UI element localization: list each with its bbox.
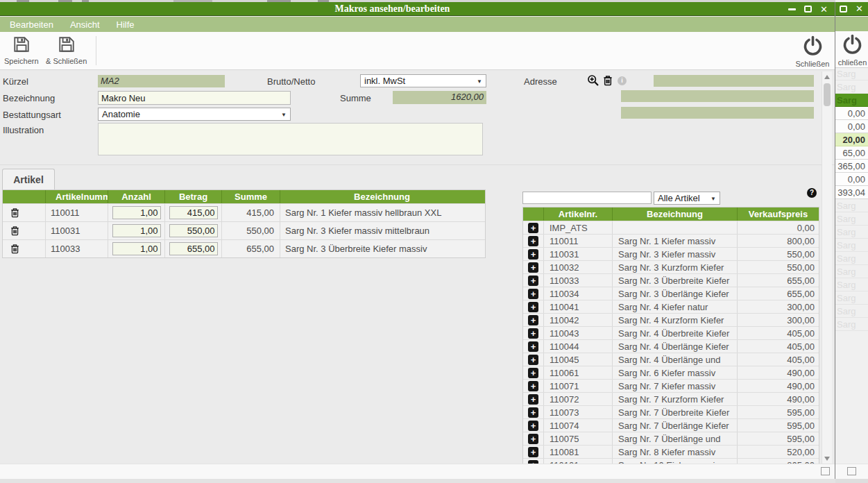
add-article-button[interactable] <box>528 276 538 286</box>
illustration-textarea[interactable] <box>98 123 483 155</box>
add-article-button[interactable] <box>528 434 538 444</box>
amount-input[interactable] <box>169 206 218 219</box>
resize-grip[interactable] <box>821 467 830 475</box>
catalog-row: 110081Sarg Nr. 8 Kiefer massiv520,00 <box>523 445 819 458</box>
add-cell <box>523 446 544 458</box>
add-article-button[interactable] <box>528 315 538 325</box>
summe-label: Summe <box>340 93 371 103</box>
add-article-button[interactable] <box>528 381 538 391</box>
add-article-button[interactable] <box>528 236 538 246</box>
quantity-input[interactable] <box>112 224 161 237</box>
add-cell <box>523 248 544 260</box>
catalog-artikelnr-cell: 110043 <box>544 327 613 339</box>
delete-article-button[interactable] <box>9 226 20 237</box>
add-article-button[interactable] <box>528 421 538 431</box>
catalog-row: IMP_ATS0,00 <box>523 221 819 234</box>
add-cell <box>523 235 544 247</box>
tab-artikel[interactable]: Artikel <box>2 169 55 189</box>
catalog-artikelnr-cell: 110073 <box>544 406 613 418</box>
close-window-button[interactable]: chließen <box>837 33 868 67</box>
add-cell <box>523 353 544 366</box>
add-article-button[interactable] <box>528 328 538 339</box>
bestattungsart-select[interactable]: Anatomie <box>98 108 291 121</box>
catalog-description-cell: Sarg Nr. 4 Kurzform Kiefer <box>613 314 738 326</box>
titlebar[interactable]: Makros ansehen/bearbeiten ✕ <box>0 2 835 16</box>
menubar: Bearbeiten Ansicht Hilfe <box>0 17 835 32</box>
info-icon[interactable] <box>618 76 627 85</box>
catalog-header: Artikelnr. Bezeichnung Verkaufspreis <box>523 207 819 221</box>
catalog-description-cell: Sarg Nr. 3 Kurzform Kiefer <box>613 261 738 273</box>
maximize-icon[interactable] <box>804 6 812 12</box>
catalog-artikelnr-cell: 110031 <box>544 248 613 260</box>
catalog-row: 110032Sarg Nr. 3 Kurzform Kiefer550,00 <box>523 260 819 273</box>
amount-input[interactable] <box>169 242 218 255</box>
save-close-label: & Schließen <box>46 57 87 65</box>
catalog-artikelnr-cell: 110041 <box>544 300 613 313</box>
menu-bearbeiten[interactable]: Bearbeiten <box>10 19 53 30</box>
macro-article-row: 110033655,00Sarg Nr. 3 Überbreite Kiefer… <box>3 239 485 257</box>
catalog-price-cell: 550,00 <box>738 248 819 260</box>
add-cell <box>523 366 544 379</box>
catalog-filter-select[interactable]: Alle Artikel <box>654 192 720 205</box>
add-article-button[interactable] <box>528 407 538 418</box>
dialog-statusbar <box>0 464 835 479</box>
catalog-row: 110044Sarg Nr. 4 Überlänge Kiefer405,00 <box>523 339 819 353</box>
maximize-icon[interactable] <box>840 6 847 12</box>
close-icon[interactable]: ✕ <box>820 5 828 14</box>
amount-input[interactable] <box>169 224 218 237</box>
add-article-button[interactable] <box>528 223 538 233</box>
add-article-button[interactable] <box>528 355 538 365</box>
add-article-button[interactable] <box>528 447 538 457</box>
add-article-button[interactable] <box>528 341 538 352</box>
resize-grip[interactable] <box>847 467 856 475</box>
close-icon[interactable]: ✕ <box>856 4 863 13</box>
bezeichnung-input[interactable] <box>98 91 291 105</box>
adresse-label: Adresse <box>524 76 557 87</box>
add-article-button[interactable] <box>528 368 538 378</box>
add-article-button[interactable] <box>528 302 538 312</box>
add-cell <box>523 274 544 287</box>
scroll-down-icon[interactable] <box>824 457 830 461</box>
catalog-price-cell: 490,00 <box>738 366 819 379</box>
catalog-search-input[interactable] <box>522 192 652 204</box>
add-cell <box>523 380 544 392</box>
delete-article-button[interactable] <box>9 207 20 219</box>
add-article-button[interactable] <box>528 289 538 299</box>
save-and-close-button[interactable]: & Schließen <box>46 35 87 65</box>
menu-hilfe[interactable]: Hilfe <box>117 19 135 30</box>
menu-ansicht[interactable]: Ansicht <box>70 19 100 30</box>
minimize-icon[interactable] <box>788 8 796 10</box>
header-artikelnr: Artikelnr. <box>544 207 613 221</box>
brutto-netto-select[interactable]: inkl. MwSt <box>360 74 486 87</box>
makros-dialog-window: Makros ansehen/bearbeiten ✕ Bearbeiten A… <box>0 2 835 479</box>
delete-article-button[interactable] <box>9 244 20 255</box>
save-button[interactable]: Speichern <box>4 35 39 65</box>
add-article-button[interactable] <box>528 394 538 405</box>
floppy-icon <box>58 35 76 55</box>
address-search-button[interactable] <box>587 74 599 89</box>
quantity-input[interactable] <box>112 206 161 219</box>
catalog-price-cell: 405,00 <box>738 327 819 339</box>
catalog-price-cell: 655,00 <box>738 287 819 300</box>
dialog-scrollbar[interactable] <box>822 71 832 464</box>
scrollbar-thumb[interactable] <box>824 83 831 106</box>
scroll-up-icon[interactable] <box>824 75 830 79</box>
catalog-row: 110031Sarg Nr. 3 Kiefer massiv550,00 <box>523 247 819 260</box>
quantity-input[interactable] <box>112 242 161 255</box>
address-delete-button[interactable] <box>603 75 613 88</box>
trash-icon <box>10 210 19 220</box>
add-cell <box>523 314 544 326</box>
add-article-button[interactable] <box>528 249 538 260</box>
catalog-row: 110074Sarg Nr. 7 Überlänge Kiefer595,00 <box>523 418 819 432</box>
close-dialog-button[interactable]: Schließen <box>791 35 834 68</box>
catalog-artikelnr-cell: 110081 <box>544 446 613 458</box>
catalog-description-cell: Sarg Nr. 1 Kiefer massiv <box>613 235 738 247</box>
add-article-button[interactable] <box>528 262 538 273</box>
catalog-description-cell: Sarg Nr. 3 Überbreite Kiefer <box>613 274 738 287</box>
catalog-price-cell: 0,00 <box>738 221 819 234</box>
catalog-price-cell: 550,00 <box>738 261 819 273</box>
tab-label: Artikel <box>13 174 44 185</box>
divider <box>0 164 835 165</box>
help-icon[interactable] <box>807 188 817 198</box>
background-row: Sarg <box>835 291 868 305</box>
